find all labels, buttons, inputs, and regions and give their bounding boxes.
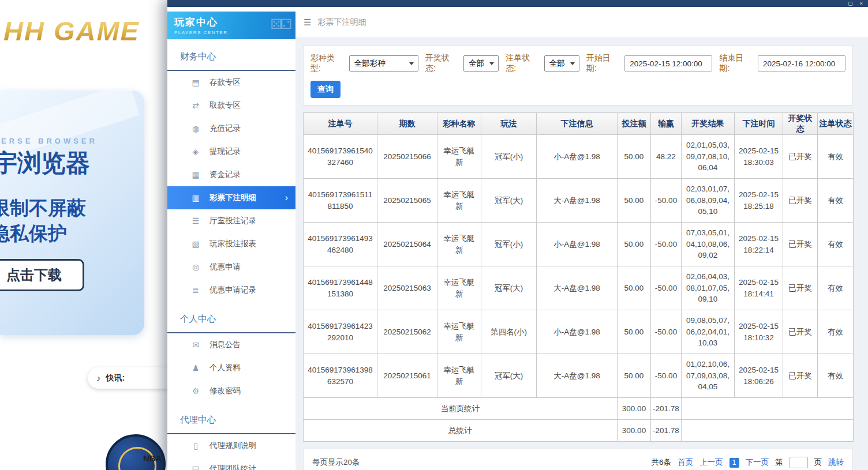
end-date-label: 结束日期: [719, 53, 754, 74]
table-cell: 有效 [818, 310, 854, 354]
sidebar-item-label: 修改密码 [209, 386, 241, 396]
sidebar-nav: 财务中心▤存款专区⇄取款专区◍充值记录◈提现记录▦资金记录▥彩票下注明细›☰厅室… [167, 47, 295, 470]
draw-status-label: 开奖状态: [425, 53, 460, 74]
nba-team-logo [106, 434, 166, 470]
sidebar-item-label: 彩票下注明细 [209, 193, 256, 203]
download-button[interactable]: 点击下载 [0, 259, 84, 291]
start-date-input[interactable] [624, 55, 712, 72]
table-cell: 20250215064 [377, 223, 437, 266]
table-row: 40156917396144815138020250215063幸运飞艇新冠军(… [304, 266, 854, 310]
lottery-type-label: 彩种类型: [310, 53, 345, 74]
pagination-bar: 每页显示20条 共6条 首页 上一页 1 下一页 第 页 跳转 [303, 449, 853, 470]
table-cell: 2025-02-15 18:06:26 [735, 354, 783, 398]
page-stats-bet-total: 300.00 [618, 398, 651, 420]
table-cell: 已开奖 [783, 179, 818, 223]
table-cell: 50.00 [618, 354, 651, 398]
sidebar-item-password-gear[interactable]: ⚙修改密码 [167, 379, 295, 403]
prev-page-link[interactable]: 上一页 [699, 457, 723, 468]
table-row: 40156917396151181185020250215065幸运飞艇新冠军(… [304, 179, 854, 223]
first-page-link[interactable]: 首页 [678, 457, 693, 468]
sidebar-item-promo-apply-record[interactable]: ≣优惠申请记录 [167, 279, 295, 302]
table-cell: 冠军(大) [481, 354, 537, 398]
recharge-record-icon: ◍ [190, 124, 201, 133]
table-cell: 2025-02-15 18:10:32 [735, 310, 783, 354]
withdraw-icon: ⇄ [190, 101, 201, 110]
table-row: 40156917396142329201020250215062幸运飞艇新第四名… [304, 310, 854, 354]
bet-table-card: 注单号期数彩种名称玩法下注信息投注额输赢开奖结果下注时间开奖状态注单状态 401… [303, 112, 853, 442]
sidebar-item-funds-record[interactable]: ▦资金记录 [167, 163, 295, 186]
promo-apply-icon: ◎ [190, 262, 201, 272]
table-cell: 401569173961493462480 [304, 223, 377, 266]
table-cell: -50.00 [651, 354, 682, 398]
page-stats-row: 当前页统计 300.00 -201.78 [304, 398, 854, 420]
table-cell: 20250215062 [377, 310, 437, 354]
sidebar-item-player-bet-report[interactable]: ▧玩家投注报表 [167, 232, 295, 255]
sidebar-item-label: 消息公告 [209, 340, 241, 350]
draw-status-select[interactable]: 全部 [463, 55, 499, 72]
table-cell: 有效 [818, 223, 854, 266]
table-cell: 大-A盘@1.98 [537, 354, 618, 398]
sidebar-item-agent-team-stats[interactable]: ▤代理团队统计 [167, 457, 295, 470]
sidebar-item-deposit[interactable]: ▤存款专区 [167, 71, 295, 94]
sidebar-item-lottery-bet-detail[interactable]: ▥彩票下注明细› [167, 186, 295, 209]
table-cell: 50.00 [618, 179, 651, 223]
next-page-link[interactable]: 下一页 [746, 457, 769, 468]
table-cell: 已开奖 [783, 266, 818, 310]
column-header: 投注额 [618, 113, 651, 135]
sidebar-item-label: 厅室投注记录 [209, 216, 256, 226]
sidebar-item-withdraw[interactable]: ⇄取款专区 [167, 94, 295, 117]
column-header: 输赢 [651, 113, 682, 135]
message-bell-icon: ✉ [190, 340, 201, 349]
maximize-icon[interactable]: ▢ [848, 1, 853, 6]
sidebar-item-hall-bet-record[interactable]: ☰厅室投注记录 [167, 209, 295, 232]
sidebar-item-agent-rules-doc[interactable]: ▯代理规则说明 [167, 434, 295, 457]
sidebar-item-label: 提现记录 [209, 146, 241, 157]
players-center-window: ▢ × 玩家中心 PLAYERS CENTER ⚄⚁ 财务中心▤存款专区⇄取款专… [167, 0, 868, 470]
table-cell: 大-A盘@1.98 [537, 179, 618, 223]
table-cell: 有效 [818, 354, 854, 398]
table-cell: 已开奖 [783, 135, 818, 179]
banner-subline-2: 隐私保护 [0, 221, 67, 247]
sidebar-item-recharge-record[interactable]: ◍充值记录 [167, 117, 295, 140]
query-button[interactable]: 查询 [310, 81, 341, 98]
sidebar-item-profile-person[interactable]: ♟个人资料 [167, 356, 295, 379]
page-jump-input[interactable] [790, 457, 808, 468]
sidebar-item-cashout-record[interactable]: ◈提现记录 [167, 140, 295, 163]
sidebar-item-label: 资金记录 [209, 170, 241, 180]
bet-table: 注单号期数彩种名称玩法下注信息投注额输赢开奖结果下注时间开奖状态注单状态 401… [303, 112, 854, 442]
sidebar-item-promo-apply[interactable]: ◎优惠申请 [167, 255, 295, 279]
lottery-type-select[interactable]: 全部彩种 [349, 55, 418, 72]
close-icon[interactable]: × [860, 1, 863, 6]
table-cell: 2025-02-15 18:30:03 [735, 135, 783, 179]
table-cell: 小-A盘@1.98 [537, 310, 618, 354]
banner-english-line: ERSE BROWSER [1, 137, 98, 145]
agent-rules-doc-icon: ▯ [190, 441, 201, 450]
menu-icon[interactable]: ☰ [304, 17, 311, 28]
page-title: 彩票下注明细 [317, 17, 366, 28]
end-date-input[interactable] [758, 55, 845, 72]
page-stats-label: 当前页统计 [304, 398, 618, 420]
table-cell: 冠军(小) [481, 223, 537, 266]
table-cell: 401569173961540327460 [304, 135, 377, 179]
grand-stats-label: 总统计 [304, 420, 618, 442]
dice-decoration-icon: ⚄⚁ [270, 16, 290, 32]
table-cell: 02,03,01,07,06,08,09,04,05,10 [682, 179, 735, 223]
table-cell: 401569173961448151380 [304, 266, 377, 310]
current-page-badge[interactable]: 1 [729, 458, 739, 468]
sidebar-item-message-bell[interactable]: ✉消息公告 [167, 333, 295, 356]
table-cell: 冠军(大) [481, 179, 537, 223]
cashout-record-icon: ◈ [190, 147, 201, 156]
lottery-bet-detail-icon: ▥ [190, 193, 201, 202]
table-cell: -50.00 [651, 266, 682, 310]
sidebar-item-label: 个人资料 [209, 363, 241, 373]
column-header: 玩法 [481, 113, 537, 135]
table-cell: 02,01,05,03,09,07,08,10,06,04 [682, 135, 735, 179]
filter-panel: 彩种类型: 全部彩种 开奖状态: 全部 注单状态: 全部 开始日期: 结束日期:… [303, 45, 853, 106]
table-cell: -50.00 [651, 310, 682, 354]
start-date-label: 开始日期: [586, 53, 621, 74]
jump-button[interactable]: 跳转 [828, 457, 844, 468]
table-cell: 第四名(小) [481, 310, 537, 354]
banner-headline: 宇浏览器 [0, 147, 90, 179]
order-status-select[interactable]: 全部 [544, 55, 579, 72]
banner-subline-1: 限制不屏蔽 [0, 195, 86, 221]
